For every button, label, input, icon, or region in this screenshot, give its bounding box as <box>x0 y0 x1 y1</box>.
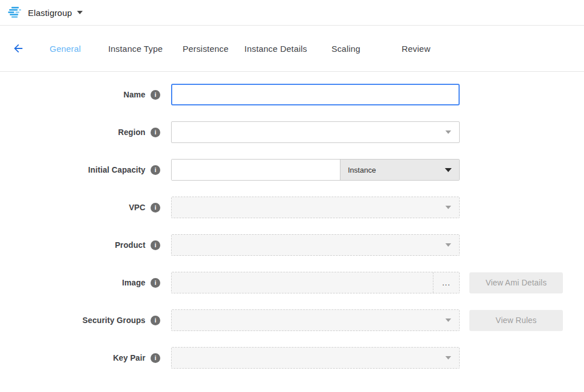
key-pair-label: Key Pair <box>113 353 145 362</box>
tab-persistence[interactable]: Persistence <box>171 44 241 54</box>
region-select[interactable] <box>171 121 460 143</box>
form-row-vpc: VPC i <box>0 197 584 218</box>
capacity-unit-value: Instance <box>348 166 376 174</box>
view-ami-details-button[interactable]: View Ami Details <box>469 272 563 293</box>
info-icon[interactable]: i <box>151 316 160 325</box>
security-groups-label: Security Groups <box>83 316 145 325</box>
capacity-unit-select[interactable]: Instance <box>340 160 459 180</box>
image-field: ... <box>171 272 460 293</box>
info-icon[interactable]: i <box>151 165 160 175</box>
tab-general[interactable]: General <box>30 44 100 54</box>
image-label: Image <box>122 278 145 287</box>
chevron-down-icon <box>445 168 452 172</box>
name-input[interactable] <box>171 84 460 105</box>
form-row-security-groups: Security Groups i View Rules <box>0 309 584 331</box>
chevron-down-icon <box>445 318 451 322</box>
form-row-region: Region i <box>0 121 584 143</box>
form-row-name: Name i <box>0 84 584 105</box>
app-name: Elastigroup <box>28 8 72 18</box>
product-label: Product <box>115 240 145 250</box>
info-icon[interactable]: i <box>151 278 160 288</box>
form-row-product: Product i <box>0 234 584 256</box>
name-label: Name <box>123 90 145 99</box>
image-browse-button[interactable]: ... <box>433 272 459 293</box>
back-arrow-icon[interactable] <box>11 42 25 55</box>
form-row-image: Image i ... View Ami Details <box>0 272 584 293</box>
image-input[interactable] <box>172 272 433 293</box>
app-switcher-caret-icon <box>77 11 83 14</box>
chevron-down-icon <box>445 206 451 209</box>
tab-scaling[interactable]: Scaling <box>311 44 381 54</box>
tab-review[interactable]: Review <box>381 44 451 54</box>
tab-instance-details[interactable]: Instance Details <box>241 44 311 54</box>
vpc-select[interactable] <box>171 197 460 218</box>
info-icon[interactable]: i <box>151 240 160 250</box>
wizard-tabs: General Instance Type Persistence Instan… <box>30 44 451 54</box>
general-settings-form: Name i Region i Initial Capacity i <box>0 72 584 369</box>
security-groups-select[interactable] <box>171 309 460 331</box>
product-select[interactable] <box>171 234 460 256</box>
region-label: Region <box>118 128 145 137</box>
info-icon[interactable]: i <box>151 203 160 213</box>
chevron-down-icon <box>445 130 451 134</box>
form-row-key-pair: Key Pair i <box>0 347 584 369</box>
wizard-tab-bar: General Instance Type Persistence Instan… <box>0 26 584 72</box>
initial-capacity-label: Initial Capacity <box>88 165 145 174</box>
form-row-initial-capacity: Initial Capacity i Instance <box>0 159 584 181</box>
vpc-label: VPC <box>129 203 145 212</box>
tab-instance-type[interactable]: Instance Type <box>100 44 171 54</box>
chevron-down-icon <box>445 356 451 360</box>
initial-capacity-input[interactable] <box>172 160 340 180</box>
info-icon[interactable]: i <box>151 353 160 363</box>
elastigroup-logo-icon <box>8 6 22 19</box>
key-pair-select[interactable] <box>171 347 460 369</box>
info-icon[interactable]: i <box>151 128 160 137</box>
info-icon[interactable]: i <box>151 90 160 100</box>
view-rules-button[interactable]: View Rules <box>469 310 563 331</box>
app-switcher-dropdown[interactable]: Elastigroup <box>8 6 83 19</box>
top-bar: Elastigroup <box>0 0 584 26</box>
chevron-down-icon <box>445 243 451 247</box>
